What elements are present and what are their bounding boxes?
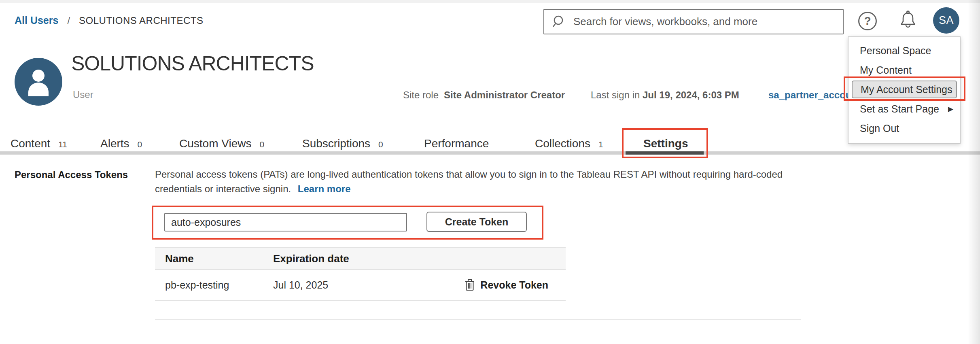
last-sign-in-value: Jul 19, 2024, 6:03 PM [643,89,739,101]
tab-label: Performance [424,137,489,150]
tab-collections[interactable]: Collections 1 [535,137,603,150]
tab-count: 0 [138,140,142,149]
tab-count: 1 [598,140,603,149]
page: All Users / SOLUTIONS ARCHITECTS ? SA Pe… [0,0,980,344]
submenu-arrow-icon: ▶ [948,105,953,113]
tab-label: Custom Views [179,137,251,150]
site-role-label: Site role [403,89,439,101]
tab-label: Subscriptions [302,137,370,150]
tab-subscriptions[interactable]: Subscriptions 0 [302,137,383,150]
create-token-button[interactable]: Create Token [426,212,527,232]
window-top-edge [0,0,980,3]
help-icon: ? [858,12,877,30]
tab-count: 0 [259,140,264,149]
notifications-button[interactable] [897,9,919,32]
window-right-edge [968,0,980,344]
tab-label: Alerts [100,137,129,150]
tab-settings[interactable]: Settings [643,137,688,150]
breadcrumb-separator: / [67,15,70,26]
tabs-underline-bar [0,151,980,155]
tab-label: Settings [643,137,688,150]
profile-avatar [15,58,62,106]
page-title: SOLUTIONS ARCHITECTS [71,52,314,75]
menu-item-sign-out[interactable]: Sign Out [848,119,960,138]
trash-icon [465,279,475,291]
tab-performance[interactable]: Performance [424,137,489,150]
set-as-start-page-label: Set as Start Page [860,103,939,115]
tab-count: 0 [378,140,383,149]
bell-icon [897,10,918,31]
section-divider [155,319,801,320]
menu-item-my-account-settings[interactable]: My Account Settings [848,80,960,99]
profile-type-label: User [73,89,93,100]
search-box[interactable] [543,9,844,34]
tab-alerts[interactable]: Alerts 0 [100,137,142,150]
avatar-initials: SA [939,14,954,27]
token-name-cell: pb-exp-testing [155,279,273,291]
token-name-input[interactable] [164,213,407,231]
menu-item-set-as-start-page[interactable]: Set as Start Page ▶ [848,99,960,119]
help-button[interactable]: ? [857,11,878,32]
search-input[interactable] [573,15,836,28]
tab-custom-views[interactable]: Custom Views 0 [179,137,264,150]
column-header-expiration: Expiration date [273,253,427,265]
last-sign-in-label: Last sign in [591,89,640,101]
token-expiration-cell: Jul 10, 2025 [273,279,427,291]
column-header-name: Name [155,253,273,265]
site-role-value: Site Administrator Creator [444,89,565,101]
my-account-settings-focus-pill: My Account Settings [852,81,957,98]
breadcrumb: All Users / SOLUTIONS ARCHITECTS [15,15,203,26]
tab-label: Collections [535,137,590,150]
account-avatar-button[interactable]: SA [933,7,959,34]
account-username-link[interactable]: sa_partner_accou [768,89,851,101]
tab-label: Content [11,137,50,150]
tab-count: 11 [58,140,67,149]
account-menu: Personal Space My Content My Account Set… [848,36,961,144]
revoke-token-label: Revoke Token [480,279,548,291]
learn-more-link[interactable]: Learn more [298,183,351,194]
table-row: pb-exp-testing Jul 10, 2025 Revoke Token [155,270,566,301]
breadcrumb-current: SOLUTIONS ARCHITECTS [79,15,203,26]
breadcrumb-all-users-link[interactable]: All Users [15,15,58,26]
menu-item-personal-space[interactable]: Personal Space [848,41,960,60]
revoke-token-button[interactable]: Revoke Token [465,279,548,291]
pat-description: Personal access tokens (PATs) are long-l… [155,167,802,196]
token-table: Name Expiration date pb-exp-testing Jul … [155,247,566,301]
tab-settings-active-indicator [626,151,704,155]
pat-description-text: Personal access tokens (PATs) are long-l… [155,169,783,194]
token-table-header: Name Expiration date [155,247,566,270]
pat-section-heading: Personal Access Tokens [15,169,128,180]
tab-content[interactable]: Content 11 [11,137,67,150]
user-avatar-icon [15,58,62,106]
menu-item-my-content[interactable]: My Content [848,60,960,80]
search-icon [552,15,566,29]
